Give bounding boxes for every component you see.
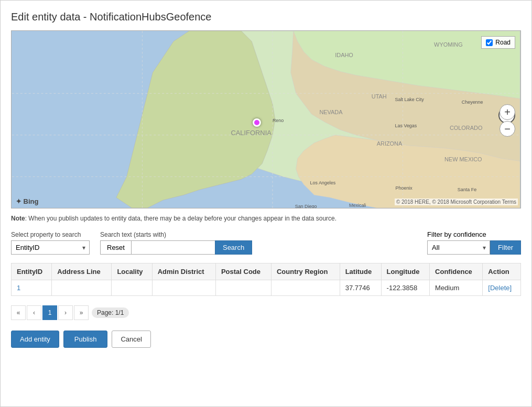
road-checkbox[interactable] xyxy=(486,39,493,46)
current-page-button[interactable]: 1 xyxy=(42,305,57,320)
table-row: 1 37.7746 -122.3858 Medium [Delete] xyxy=(12,280,521,296)
cell-entity-id: 1 xyxy=(12,280,52,296)
add-entity-button[interactable]: Add entity xyxy=(11,331,59,348)
svg-text:COLORADO: COLORADO xyxy=(450,125,483,131)
note-bold: Note xyxy=(11,215,25,222)
filter-select-wrapper: All High Medium Low xyxy=(427,240,490,255)
svg-text:San Diego: San Diego xyxy=(295,204,317,208)
property-select-wrapper: EntityID Address Line Locality Admin Dis… xyxy=(11,240,90,255)
svg-text:WYOMING: WYOMING xyxy=(434,41,463,48)
cancel-button[interactable]: Cancel xyxy=(112,331,150,348)
cell-admin-district xyxy=(152,280,215,296)
svg-text:NEW MEXICO: NEW MEXICO xyxy=(444,156,482,162)
cell-country-region xyxy=(271,280,340,296)
road-control[interactable]: Road xyxy=(481,36,515,49)
search-label: Search text (starts with) xyxy=(100,231,252,238)
table-body: 1 37.7746 -122.3858 Medium [Delete] xyxy=(12,280,521,296)
svg-text:Los Angeles: Los Angeles xyxy=(310,180,336,185)
publish-button[interactable]: Publish xyxy=(63,331,108,348)
svg-text:Salt Lake City: Salt Lake City xyxy=(395,97,425,102)
property-label: Select property to search xyxy=(11,231,90,238)
cell-longitude: -122.3858 xyxy=(381,280,429,296)
col-longitude: Longitude xyxy=(381,263,429,280)
svg-text:Mexicali: Mexicali xyxy=(349,203,366,208)
first-page-button[interactable]: « xyxy=(11,305,26,320)
filter-button[interactable]: Filter xyxy=(490,240,521,255)
search-input[interactable] xyxy=(131,240,215,255)
zoom-out-button[interactable]: − xyxy=(500,121,515,137)
search-input-group: Reset Search xyxy=(100,240,252,255)
cell-postal-code xyxy=(215,280,271,296)
prev-page-button[interactable]: ‹ xyxy=(27,305,41,320)
last-page-button[interactable]: » xyxy=(74,305,89,320)
delete-link[interactable]: [Delete] xyxy=(488,284,512,292)
data-table: EntityID Address Line Locality Admin Dis… xyxy=(11,263,521,296)
col-address-line: Address Line xyxy=(52,263,112,280)
col-locality: Locality xyxy=(112,263,152,280)
cell-address-line xyxy=(52,280,112,296)
filter-select[interactable]: All High Medium Low xyxy=(427,240,490,255)
zoom-controls: + − xyxy=(500,104,515,137)
col-country-region: Country Region xyxy=(271,263,340,280)
note-content: : When you publish updates to entity dat… xyxy=(25,215,336,222)
property-search-group: Select property to search EntityID Addre… xyxy=(11,231,90,255)
col-entity-id: EntityID xyxy=(12,263,52,280)
svg-text:IDAHO: IDAHO xyxy=(335,52,353,58)
property-select[interactable]: EntityID Address Line Locality Admin Dis… xyxy=(11,240,90,255)
cell-confidence: Medium xyxy=(430,280,483,296)
next-page-button[interactable]: › xyxy=(58,305,73,320)
filter-input-group: All High Medium Low Filter xyxy=(427,240,521,255)
svg-text:Santa Fe: Santa Fe xyxy=(458,187,476,192)
search-bar: Select property to search EntityID Addre… xyxy=(11,230,521,255)
map-container[interactable]: CALIFORNIA NEVADA UTAH NEW MEXICO ARIZON… xyxy=(11,30,521,208)
reset-button[interactable]: Reset xyxy=(100,240,131,255)
footer-buttons: Add entity Publish Cancel xyxy=(11,331,521,348)
svg-text:NEVADA: NEVADA xyxy=(319,109,343,115)
filter-label: Filter by confidence xyxy=(427,230,521,238)
search-text-group: Search text (starts with) Reset Search xyxy=(100,231,252,255)
bing-logo: ✦ Bing xyxy=(16,197,39,205)
col-admin-district: Admin District xyxy=(152,263,215,280)
svg-text:Phoenix: Phoenix xyxy=(396,185,413,191)
zoom-in-button[interactable]: + xyxy=(500,104,515,120)
col-latitude: Latitude xyxy=(340,263,381,280)
svg-text:UTAH: UTAH xyxy=(372,93,387,100)
page-info: Page: 1/1 xyxy=(92,307,129,318)
svg-text:CALIFORNIA: CALIFORNIA xyxy=(231,129,272,137)
svg-text:Las Vegas: Las Vegas xyxy=(395,123,417,128)
cell-locality xyxy=(112,280,152,296)
search-button[interactable]: Search xyxy=(215,240,252,255)
main-window: Edit entity data - NotificationHubsGeofe… xyxy=(0,0,532,407)
pagination: « ‹ 1 › » Page: 1/1 xyxy=(11,301,521,324)
svg-text:Cheyenne: Cheyenne xyxy=(462,100,483,105)
road-label: Road xyxy=(495,39,511,46)
col-confidence: Confidence xyxy=(430,263,483,280)
page-title: Edit entity data - NotificationHubsGeofe… xyxy=(11,11,521,23)
col-action: Action xyxy=(483,263,521,280)
col-postal-code: Postal Code xyxy=(215,263,271,280)
entity-id-link[interactable]: 1 xyxy=(17,284,20,292)
map-background: CALIFORNIA NEVADA UTAH NEW MEXICO ARIZON… xyxy=(12,31,520,208)
filter-group: Filter by confidence All High Medium Low… xyxy=(427,230,521,255)
svg-text:Reno: Reno xyxy=(273,118,284,123)
cell-action: [Delete] xyxy=(483,280,521,296)
cell-latitude: 37.7746 xyxy=(340,280,381,296)
svg-text:ARIZONA: ARIZONA xyxy=(377,140,403,147)
map-attribution: © 2018 HERE, © 2018 Microsoft Corporatio… xyxy=(395,199,518,205)
note-text: Note: When you publish updates to entity… xyxy=(11,214,521,223)
table-header: EntityID Address Line Locality Admin Dis… xyxy=(12,263,521,280)
map-marker[interactable] xyxy=(253,118,261,127)
